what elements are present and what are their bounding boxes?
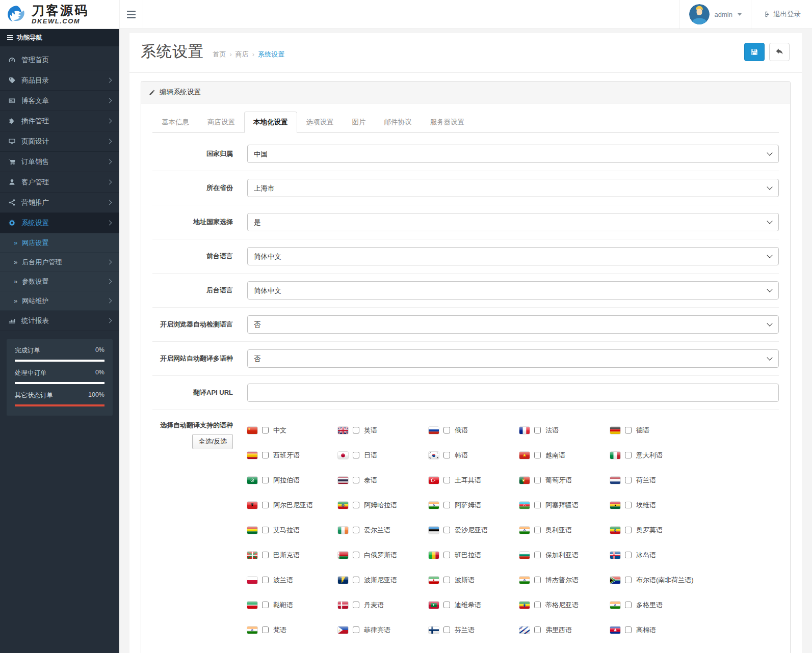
browser-language-detect-select[interactable]: 否 — [247, 315, 779, 334]
language-checkbox-16[interactable] — [353, 502, 359, 508]
back-button[interactable] — [769, 43, 790, 61]
language-checkbox-17[interactable] — [443, 502, 450, 508]
flag-uk-icon — [338, 427, 348, 434]
language-checkbox-37[interactable] — [443, 602, 450, 608]
language-label: 阿姆哈拉语 — [364, 501, 397, 510]
language-checkbox-33[interactable] — [534, 577, 541, 583]
language-checkbox-22[interactable] — [443, 527, 450, 533]
language-checkbox-34[interactable] — [625, 577, 632, 583]
language-checkbox-36[interactable] — [353, 602, 359, 608]
language-checkbox-30[interactable] — [262, 577, 269, 583]
language-checkbox-4[interactable] — [625, 427, 632, 433]
sidebar-item-tag[interactable]: 商品目录 — [0, 70, 119, 91]
flag-russia-icon — [429, 427, 439, 434]
country-select[interactable]: 中国 — [247, 145, 779, 163]
sidebar-item-label: 管理首页 — [21, 56, 49, 65]
address-country-select[interactable]: 是 — [247, 213, 779, 231]
sidebar-toggle-button[interactable] — [119, 0, 143, 29]
zone-select[interactable]: 上海市 — [247, 179, 779, 197]
sidebar-item-puzzle[interactable]: 插件管理 — [0, 111, 119, 131]
auto-translate-select[interactable]: 否 — [247, 349, 779, 368]
admin-language-select[interactable]: 简体中文 — [247, 281, 779, 300]
tab-6[interactable]: 服务器设置 — [421, 112, 474, 133]
tab-2[interactable]: 本地化设置 — [244, 112, 297, 133]
language-checkbox-8[interactable] — [534, 452, 541, 458]
language-checkbox-28[interactable] — [534, 552, 541, 558]
language-checkbox-5[interactable] — [262, 452, 269, 458]
sidebar-item-dashboard[interactable]: 管理首页 — [0, 50, 119, 70]
tab-5[interactable]: 邮件协议 — [375, 112, 421, 133]
language-checkbox-42[interactable] — [443, 627, 450, 633]
breadcrumb-separator: › — [252, 50, 254, 58]
tab-0[interactable]: 基本信息 — [152, 112, 198, 133]
language-checkbox-13[interactable] — [534, 477, 541, 483]
language-checkbox-25[interactable] — [262, 552, 269, 558]
translate-api-url-input[interactable] — [247, 384, 779, 402]
sidebar-item-newspaper[interactable]: 博客文章 — [0, 91, 119, 111]
languages-row: 选择自动翻译支持的语种全选/反选中文英语俄语法语德语西班牙语日语韩语越南语意大利… — [152, 410, 779, 650]
language-checkbox-11[interactable] — [353, 477, 359, 483]
language-checkbox-2[interactable] — [443, 427, 450, 433]
sidebar-subitem-2[interactable]: »参数设置 — [0, 272, 119, 291]
flag-south-africa-icon — [610, 577, 620, 584]
save-button[interactable] — [744, 43, 765, 61]
tab-1[interactable]: 商店设置 — [198, 112, 244, 133]
language-checkbox-38[interactable] — [534, 602, 541, 608]
stat-value: 100% — [88, 391, 104, 400]
language-checkbox-6[interactable] — [353, 452, 359, 458]
language-checkbox-12[interactable] — [443, 477, 450, 483]
language-checkbox-9[interactable] — [625, 452, 632, 458]
sidebar-item-bar-chart[interactable]: 统计报表 — [0, 311, 119, 331]
language-checkbox-43[interactable] — [534, 627, 541, 633]
language-checkbox-3[interactable] — [534, 427, 541, 433]
language-checkbox-18[interactable] — [534, 502, 541, 508]
breadcrumb-item-2[interactable]: 系统设置 — [258, 50, 284, 58]
user-menu[interactable]: admin — [679, 0, 751, 29]
language-checkbox-24[interactable] — [625, 527, 632, 533]
language-item-belarus: 白俄罗斯语 — [338, 551, 429, 560]
language-checkbox-40[interactable] — [262, 627, 269, 633]
language-checkbox-35[interactable] — [262, 602, 269, 608]
tab-4[interactable]: 图片 — [343, 112, 375, 133]
sidebar-item-gear[interactable]: 系统设置 — [0, 213, 119, 233]
language-checkbox-26[interactable] — [353, 552, 359, 558]
flag-denmark-icon — [338, 602, 348, 609]
language-checkbox-41[interactable] — [353, 627, 359, 633]
language-checkbox-39[interactable] — [625, 602, 632, 608]
language-checkbox-21[interactable] — [353, 527, 359, 533]
language-item-denmark: 丹麦语 — [338, 601, 429, 610]
panel-heading: 编辑系统设置 — [141, 81, 790, 103]
language-checkbox-15[interactable] — [262, 502, 269, 508]
language-checkbox-14[interactable] — [625, 477, 632, 483]
language-checkbox-32[interactable] — [443, 577, 450, 583]
frontend-language-select[interactable]: 简体中文 — [247, 247, 779, 265]
sidebar-subitem-0[interactable]: »网店设置 — [0, 233, 119, 253]
language-checkbox-23[interactable] — [534, 527, 541, 533]
language-checkbox-27[interactable] — [443, 552, 450, 558]
language-checkbox-29[interactable] — [625, 552, 632, 558]
language-checkbox-7[interactable] — [443, 452, 450, 458]
breadcrumb-item-0[interactable]: 首页 — [213, 50, 226, 58]
sidebar-item-share[interactable]: 营销推广 — [0, 193, 119, 213]
select-all-toggle-button[interactable]: 全选/反选 — [192, 434, 233, 449]
sidebar-item-cart[interactable]: 订单销售 — [0, 152, 119, 172]
language-label: 白俄罗斯语 — [364, 551, 397, 560]
language-checkbox-1[interactable] — [353, 427, 359, 433]
flag-france-icon — [519, 427, 530, 434]
language-checkbox-19[interactable] — [625, 502, 632, 508]
language-checkbox-31[interactable] — [353, 577, 359, 583]
logout-button[interactable]: 退出登录 — [751, 0, 812, 29]
sidebar-subitem-3[interactable]: »网站维护 — [0, 291, 119, 311]
sidebar-item-user[interactable]: 客户管理 — [0, 172, 119, 193]
sidebar-subitem-1[interactable]: »后台用户管理 — [0, 253, 119, 272]
language-checkbox-0[interactable] — [262, 427, 269, 433]
language-item-portugal: 葡萄牙语 — [519, 476, 610, 485]
brand-logo[interactable]: 刀客源码 DKEWL.COM — [0, 0, 119, 29]
language-checkbox-44[interactable] — [625, 627, 632, 633]
caret-down-icon — [738, 13, 742, 18]
tab-3[interactable]: 选项设置 — [297, 112, 343, 133]
breadcrumb-item-1[interactable]: 商店 — [235, 50, 249, 58]
language-checkbox-20[interactable] — [262, 527, 269, 533]
sidebar-item-desktop[interactable]: 页面设计 — [0, 131, 119, 152]
language-checkbox-10[interactable] — [262, 477, 269, 483]
